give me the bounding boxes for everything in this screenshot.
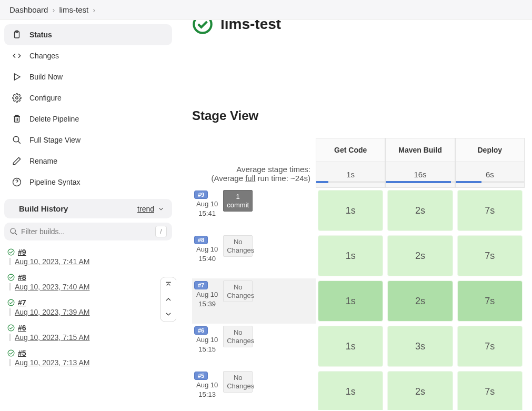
svg-point-23 — [8, 274, 14, 280]
sidebar-item-label: Pipeline Syntax — [29, 178, 81, 186]
build-date-link[interactable]: Aug 10, 2023, 7:41 AM — [15, 257, 89, 266]
changes-block[interactable]: NoChanges — [223, 371, 253, 393]
build-entry: #8 Aug 10, 2023, 7:40 AM — [6, 270, 170, 295]
stage-cell[interactable]: 2s — [385, 188, 455, 233]
stage-cell[interactable]: 1s — [316, 278, 385, 324]
sidebar-item-full-stage-view[interactable]: Full Stage View — [4, 129, 172, 151]
breadcrumb: Dashboard › lims-test › — [0, 0, 532, 20]
stage-cell[interactable]: 2s — [385, 278, 455, 324]
run-badge[interactable]: #8 — [194, 236, 208, 244]
svg-line-8 — [18, 141, 21, 144]
success-icon — [192, 20, 213, 35]
sidebar-item-label: Full Stage View — [29, 136, 81, 144]
svg-rect-4 — [15, 117, 19, 123]
run-badge[interactable]: #6 — [194, 326, 208, 335]
changes-block[interactable]: NoChanges — [223, 280, 253, 302]
stage-cell[interactable]: 2s — [385, 369, 455, 410]
stage-cell[interactable]: 1s — [316, 233, 385, 278]
svg-point-22 — [8, 249, 14, 255]
search-icon — [12, 135, 22, 145]
chevron-right-icon: › — [52, 5, 55, 14]
pencil-icon — [12, 156, 22, 166]
build-bar — [9, 283, 11, 290]
stage-cell[interactable]: 1s — [316, 188, 385, 233]
changes-block[interactable]: NoChanges — [223, 235, 253, 257]
build-bar — [9, 359, 11, 366]
changes-block[interactable]: NoChanges — [223, 326, 253, 347]
breadcrumb-item[interactable]: lims-test — [59, 5, 88, 14]
filter-input[interactable] — [21, 227, 152, 236]
build-number-link[interactable]: #6 — [18, 324, 26, 332]
sidebar-item-status[interactable]: Status — [4, 24, 172, 45]
page-title: lims-test — [220, 20, 281, 33]
scroll-up-button[interactable] — [160, 292, 176, 307]
stage-cell[interactable]: 1s — [316, 324, 385, 369]
scroll-top-button[interactable] — [160, 277, 176, 292]
sidebar-item-rename[interactable]: Rename — [4, 151, 172, 172]
build-entry: #5 Aug 10, 2023, 7:13 AM — [6, 346, 170, 371]
svg-line-21 — [15, 233, 17, 235]
svg-point-20 — [11, 228, 15, 233]
sidebar-item-build-now[interactable]: Build Now — [4, 66, 172, 87]
avg-time-cell: 16s — [385, 162, 455, 188]
avg-time-cell: 6s — [455, 162, 525, 188]
build-number-link[interactable]: #5 — [18, 349, 26, 357]
build-entry: #6 Aug 10, 2023, 7:15 AM — [6, 320, 170, 346]
build-bar — [9, 334, 11, 341]
table-row: #9 Aug 1015:41 1commit 1s2s7s — [192, 188, 525, 233]
sidebar-item-delete-pipeline[interactable]: Delete Pipeline — [4, 108, 172, 129]
stage-cell[interactable]: 7s — [455, 369, 525, 410]
build-entry: #9 Aug 10, 2023, 7:41 AM — [6, 245, 170, 270]
success-icon — [7, 324, 15, 332]
run-badge[interactable]: #7 — [194, 281, 208, 289]
stage-cell[interactable]: 7s — [455, 233, 525, 278]
svg-marker-2 — [15, 74, 21, 80]
sidebar-item-configure[interactable]: Configure — [4, 87, 172, 108]
build-date-link[interactable]: Aug 10, 2023, 7:40 AM — [15, 283, 89, 291]
run-info-cell: #6 Aug 1015:15 NoChanges — [192, 324, 316, 369]
avg-stage-times-label: Average stage times: (Average full run t… — [192, 162, 316, 188]
stage-cell[interactable]: 7s — [455, 324, 525, 369]
svg-point-7 — [13, 136, 19, 142]
success-icon — [7, 248, 15, 256]
run-badge[interactable]: #5 — [194, 372, 208, 380]
success-icon — [7, 274, 15, 281]
run-badge[interactable]: #9 — [194, 191, 208, 199]
build-date-link[interactable]: Aug 10, 2023, 7:39 AM — [15, 308, 89, 316]
help-icon — [12, 177, 22, 187]
play-icon — [12, 72, 22, 82]
filter-builds[interactable]: / — [4, 223, 172, 240]
stage-cell[interactable]: 3s — [385, 324, 455, 369]
trash-icon — [12, 114, 22, 124]
stage-header: Deploy — [455, 138, 525, 162]
success-icon — [7, 299, 15, 306]
run-info-cell: #8 Aug 1015:40 NoChanges — [192, 233, 316, 278]
sidebar-item-pipeline-syntax[interactable]: Pipeline Syntax — [4, 172, 172, 193]
scroll-down-button[interactable] — [160, 307, 176, 322]
build-date-link[interactable]: Aug 10, 2023, 7:13 AM — [15, 358, 89, 367]
table-row: #5 Aug 1015:13 NoChanges 1s2s7s — [192, 369, 525, 410]
build-number-link[interactable]: #9 — [18, 248, 26, 256]
sidebar-item-changes[interactable]: Changes — [4, 45, 172, 66]
run-info-cell: #7 Aug 1015:39 NoChanges — [192, 278, 316, 324]
build-list: #9 Aug 10, 2023, 7:41 AM #8 Aug 10, 2023… — [4, 245, 172, 371]
run-info-cell: #5 Aug 1015:13 NoChanges — [192, 369, 316, 410]
gear-icon — [12, 93, 22, 103]
build-date-link[interactable]: Aug 10, 2023, 7:15 AM — [15, 333, 89, 342]
sidebar-item-label: Delete Pipeline — [29, 115, 79, 123]
main-content: lims-test Stage View Get CodeMaven Build… — [176, 20, 532, 410]
stage-header: Get Code — [316, 138, 385, 162]
stage-cell[interactable]: 1s — [316, 369, 385, 410]
build-number-link[interactable]: #7 — [18, 298, 26, 307]
sidebar-item-label: Status — [29, 31, 52, 39]
stage-cell[interactable]: 7s — [455, 188, 525, 233]
stage-cell[interactable]: 7s — [455, 278, 525, 324]
trend-link[interactable]: trend — [137, 205, 165, 213]
svg-point-26 — [8, 350, 14, 356]
slash-shortcut-hint: / — [155, 226, 167, 237]
changes-block[interactable]: 1commit — [223, 190, 253, 212]
stage-cell[interactable]: 2s — [385, 233, 455, 278]
breadcrumb-item[interactable]: Dashboard — [9, 5, 48, 14]
build-number-link[interactable]: #8 — [18, 273, 26, 282]
svg-point-3 — [16, 97, 18, 99]
